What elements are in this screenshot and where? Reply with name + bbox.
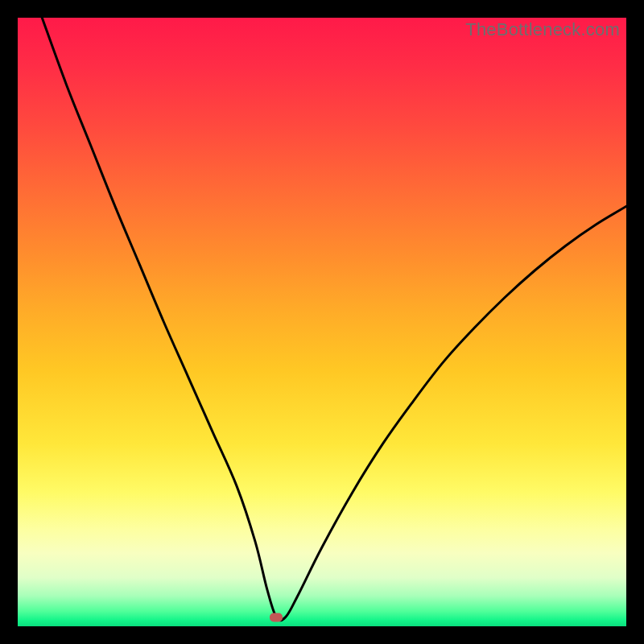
plot-area: TheBottleneck.com [18, 18, 626, 626]
optimal-point-marker [270, 613, 283, 621]
chart-frame: TheBottleneck.com [0, 0, 644, 644]
bottleneck-curve [18, 18, 626, 626]
